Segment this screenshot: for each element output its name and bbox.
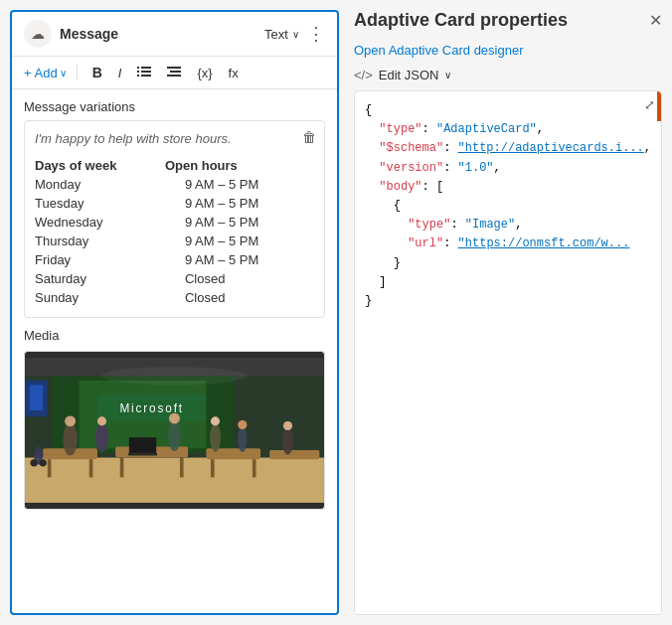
panel-header: ☁ Message Text ∨ ⋮	[12, 12, 337, 57]
formatting-toolbar: + Add ∨ B I {x} fx	[12, 57, 337, 89]
json-line: "type": "Image",	[365, 216, 651, 234]
svg-text:Microsoft: Microsoft	[119, 401, 183, 415]
json-line: "version": "1.0",	[365, 159, 651, 178]
svg-point-33	[169, 413, 180, 424]
panel-title: Message	[60, 26, 256, 42]
svg-point-38	[282, 427, 293, 454]
svg-rect-8	[167, 75, 181, 77]
svg-point-35	[211, 416, 220, 425]
edit-json-bar[interactable]: </> Edit JSON ∨	[354, 68, 662, 82]
svg-point-37	[238, 420, 247, 429]
left-panel: ☁ Message Text ∨ ⋮ + Add ∨ B I	[10, 10, 339, 615]
svg-rect-7	[170, 71, 181, 73]
json-line: "url": "https://onmsft.com/w...	[365, 234, 651, 253]
expand-button[interactable]: ⤢	[644, 97, 655, 112]
store-hours-table: Days of week Open hours Monday9 AM – 5 P…	[35, 156, 314, 307]
json-line: }	[365, 254, 651, 273]
json-line: }	[365, 292, 651, 311]
text-dropdown-label: Text	[264, 27, 288, 42]
json-line: "type": "AdaptiveCard",	[365, 120, 651, 139]
svg-rect-3	[141, 71, 151, 73]
svg-rect-44	[30, 385, 44, 410]
svg-rect-26	[129, 437, 156, 453]
edit-json-chevron-icon: ∨	[444, 70, 451, 80]
svg-point-32	[168, 420, 181, 451]
bold-button[interactable]: B	[87, 63, 107, 82]
json-line: {	[365, 197, 651, 216]
table-row: Wednesday9 AM – 5 PM	[35, 213, 314, 232]
svg-point-39	[283, 421, 292, 430]
svg-rect-6	[167, 67, 181, 69]
svg-point-31	[97, 416, 106, 425]
svg-point-45	[102, 367, 248, 385]
col-days: Days of week	[35, 156, 165, 175]
italic-button[interactable]: I	[113, 64, 127, 82]
svg-point-41	[30, 459, 37, 466]
right-panel-header: Adaptive Card properties ✕	[354, 10, 662, 31]
svg-rect-23	[211, 459, 215, 477]
add-label: + Add	[24, 66, 58, 80]
message-box: 🗑 I'm happy to help with store hours. Da…	[24, 120, 325, 318]
add-button[interactable]: + Add ∨	[24, 66, 67, 80]
open-designer-link[interactable]: Open Adaptive Card designer	[354, 43, 662, 58]
svg-rect-0	[137, 67, 139, 69]
indent-button[interactable]	[162, 64, 186, 82]
code-icon: </>	[354, 68, 373, 82]
json-line: {	[365, 101, 651, 120]
right-panel-title: Adaptive Card properties	[354, 10, 568, 31]
text-dropdown[interactable]: Text ∨	[264, 27, 299, 42]
media-label: Media	[24, 328, 325, 343]
svg-point-36	[238, 426, 247, 452]
svg-rect-21	[180, 457, 184, 477]
table-row: Thursday9 AM – 5 PM	[35, 232, 314, 250]
col-hours: Open hours	[165, 156, 314, 175]
delete-button[interactable]: 🗑	[302, 129, 316, 145]
svg-rect-4	[137, 75, 139, 77]
media-section: Media Microsoft	[12, 328, 337, 522]
json-line: ]	[365, 273, 651, 292]
chevron-down-icon: ∨	[292, 29, 299, 40]
more-options-button[interactable]: ⋮	[307, 25, 325, 43]
svg-rect-2	[137, 71, 139, 73]
message-icon: ☁	[24, 20, 52, 48]
svg-rect-20	[120, 457, 124, 477]
table-row: Friday9 AM – 5 PM	[35, 250, 314, 269]
table-row: Monday9 AM – 5 PM	[35, 175, 314, 194]
svg-point-42	[40, 459, 47, 466]
table-row: SaturdayClosed	[35, 269, 314, 288]
svg-rect-18	[89, 459, 93, 477]
json-editor[interactable]: ⤢ { "type": "AdaptiveCard", "$schema": "…	[354, 90, 662, 615]
toolbar-separator	[77, 65, 78, 80]
json-line: "body": [	[365, 178, 651, 197]
svg-rect-27	[128, 453, 157, 456]
message-intro-text: I'm happy to help with store hours.	[35, 131, 314, 146]
message-variations-label: Message variations	[12, 89, 337, 120]
svg-rect-10	[25, 457, 324, 503]
svg-rect-1	[141, 67, 151, 69]
edit-json-label: Edit JSON	[379, 68, 439, 82]
right-panel: Adaptive Card properties ✕ Open Adaptive…	[354, 10, 662, 615]
table-row: Tuesday9 AM – 5 PM	[35, 194, 314, 213]
svg-rect-25	[269, 450, 319, 459]
add-chevron-icon: ∨	[60, 68, 67, 78]
svg-rect-17	[48, 459, 52, 477]
close-button[interactable]: ✕	[649, 11, 662, 30]
svg-rect-24	[252, 459, 256, 477]
svg-point-28	[63, 423, 78, 456]
media-image: Microsoft	[24, 351, 325, 510]
svg-rect-5	[141, 75, 151, 77]
table-row: SundayClosed	[35, 288, 314, 307]
svg-point-34	[210, 423, 221, 452]
svg-point-30	[95, 423, 108, 452]
svg-point-29	[65, 415, 76, 426]
list-button[interactable]	[132, 64, 156, 82]
variable-button[interactable]: {x}	[192, 64, 217, 82]
json-line: "$schema": "http://adaptivecards.i...,	[365, 139, 651, 158]
fx-button[interactable]: fx	[224, 64, 244, 82]
